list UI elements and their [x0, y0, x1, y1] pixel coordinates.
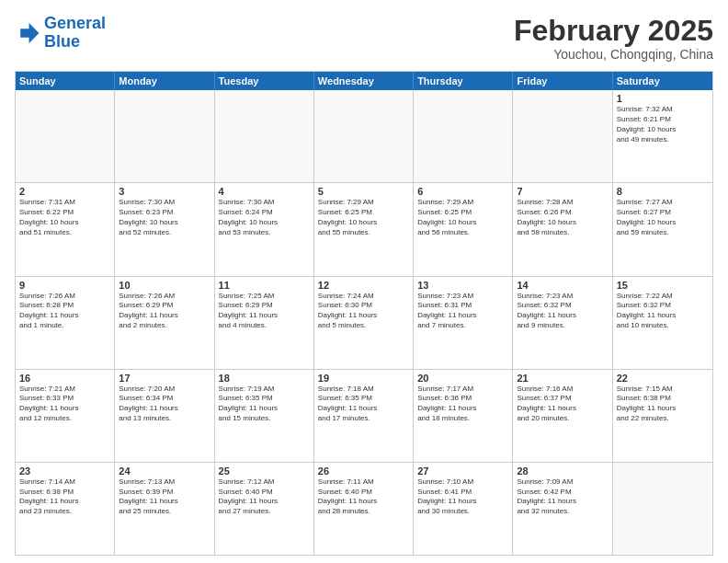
cell-w4-d4: 27Sunrise: 7:10 AM Sunset: 6:41 PM Dayli…: [414, 463, 513, 555]
cell-w1-d4: 6Sunrise: 7:29 AM Sunset: 6:25 PM Daylig…: [414, 183, 513, 275]
month-title: February 2025: [514, 15, 713, 47]
logo-general: General: [44, 14, 106, 32]
cell-info-20: Sunrise: 7:17 AM Sunset: 6:36 PM Dayligh…: [417, 385, 508, 424]
logo-icon: [15, 20, 40, 46]
logo-blue: Blue: [44, 32, 80, 51]
cell-w2-d6: 15Sunrise: 7:22 AM Sunset: 6:32 PM Dayli…: [613, 277, 712, 369]
day-number-20: 20: [417, 373, 508, 384]
cell-info-7: Sunrise: 7:28 AM Sunset: 6:26 PM Dayligh…: [517, 198, 608, 237]
cell-w4-d3: 26Sunrise: 7:11 AM Sunset: 6:40 PM Dayli…: [314, 463, 414, 555]
cell-w1-d1: 3Sunrise: 7:30 AM Sunset: 6:23 PM Daylig…: [115, 183, 214, 275]
cell-w3-d6: 22Sunrise: 7:15 AM Sunset: 6:38 PM Dayli…: [613, 370, 712, 462]
day-number-5: 5: [318, 186, 409, 197]
cell-w3-d2: 18Sunrise: 7:19 AM Sunset: 6:35 PM Dayli…: [215, 370, 314, 462]
cell-w4-d6: [613, 463, 712, 555]
cell-w2-d1: 10Sunrise: 7:26 AM Sunset: 6:29 PM Dayli…: [115, 277, 214, 369]
cell-info-21: Sunrise: 7:16 AM Sunset: 6:37 PM Dayligh…: [517, 385, 608, 424]
week-row-0: 1Sunrise: 7:32 AM Sunset: 6:21 PM Daylig…: [16, 90, 712, 183]
header-saturday: Saturday: [613, 72, 712, 90]
cell-info-14: Sunrise: 7:23 AM Sunset: 6:32 PM Dayligh…: [517, 292, 608, 331]
cell-w3-d0: 16Sunrise: 7:21 AM Sunset: 6:33 PM Dayli…: [16, 370, 115, 462]
day-number-21: 21: [517, 373, 608, 384]
cell-info-1: Sunrise: 7:32 AM Sunset: 6:21 PM Dayligh…: [617, 105, 709, 144]
day-number-10: 10: [119, 280, 210, 291]
header-thursday: Thursday: [414, 72, 513, 90]
cell-w1-d3: 5Sunrise: 7:29 AM Sunset: 6:25 PM Daylig…: [314, 183, 414, 275]
cell-w3-d5: 21Sunrise: 7:16 AM Sunset: 6:37 PM Dayli…: [513, 370, 612, 462]
cell-info-19: Sunrise: 7:18 AM Sunset: 6:35 PM Dayligh…: [318, 385, 409, 424]
day-number-15: 15: [617, 280, 709, 291]
cell-w4-d5: 28Sunrise: 7:09 AM Sunset: 6:42 PM Dayli…: [513, 463, 612, 555]
day-number-27: 27: [417, 465, 508, 477]
day-number-7: 7: [517, 186, 608, 197]
day-number-13: 13: [417, 280, 508, 291]
day-number-4: 4: [219, 186, 310, 197]
cell-info-8: Sunrise: 7:27 AM Sunset: 6:27 PM Dayligh…: [617, 198, 709, 237]
cell-w0-d2: [215, 90, 314, 182]
cell-info-26: Sunrise: 7:11 AM Sunset: 6:40 PM Dayligh…: [318, 477, 409, 517]
header-monday: Monday: [115, 72, 214, 90]
day-number-14: 14: [517, 280, 608, 291]
week-row-2: 9Sunrise: 7:26 AM Sunset: 6:28 PM Daylig…: [16, 277, 712, 370]
cell-w2-d5: 14Sunrise: 7:23 AM Sunset: 6:32 PM Dayli…: [513, 277, 612, 369]
day-number-25: 25: [219, 465, 310, 477]
cell-w0-d3: [314, 90, 414, 182]
cell-w2-d0: 9Sunrise: 7:26 AM Sunset: 6:28 PM Daylig…: [16, 277, 115, 369]
calendar-body: 1Sunrise: 7:32 AM Sunset: 6:21 PM Daylig…: [16, 90, 712, 555]
cell-info-28: Sunrise: 7:09 AM Sunset: 6:42 PM Dayligh…: [517, 477, 608, 517]
cell-w4-d0: 23Sunrise: 7:14 AM Sunset: 6:38 PM Dayli…: [16, 463, 115, 555]
cell-w1-d6: 8Sunrise: 7:27 AM Sunset: 6:27 PM Daylig…: [613, 183, 712, 275]
cell-w1-d0: 2Sunrise: 7:31 AM Sunset: 6:22 PM Daylig…: [16, 183, 115, 275]
cell-info-22: Sunrise: 7:15 AM Sunset: 6:38 PM Dayligh…: [617, 385, 709, 424]
cell-info-4: Sunrise: 7:30 AM Sunset: 6:24 PM Dayligh…: [219, 198, 310, 237]
day-number-24: 24: [119, 465, 210, 477]
cell-w2-d3: 12Sunrise: 7:24 AM Sunset: 6:30 PM Dayli…: [314, 277, 414, 369]
header-friday: Friday: [513, 72, 612, 90]
cell-w3-d3: 19Sunrise: 7:18 AM Sunset: 6:35 PM Dayli…: [314, 370, 414, 462]
week-row-3: 16Sunrise: 7:21 AM Sunset: 6:33 PM Dayli…: [16, 370, 712, 463]
day-number-18: 18: [219, 373, 310, 384]
day-number-26: 26: [318, 465, 409, 477]
cell-w0-d5: [513, 90, 612, 182]
cell-w1-d5: 7Sunrise: 7:28 AM Sunset: 6:26 PM Daylig…: [513, 183, 612, 275]
cell-info-18: Sunrise: 7:19 AM Sunset: 6:35 PM Dayligh…: [219, 385, 310, 424]
week-row-4: 23Sunrise: 7:14 AM Sunset: 6:38 PM Dayli…: [16, 463, 712, 555]
header-sunday: Sunday: [16, 72, 115, 90]
cell-info-9: Sunrise: 7:26 AM Sunset: 6:28 PM Dayligh…: [19, 292, 110, 331]
header-wednesday: Wednesday: [314, 72, 414, 90]
cell-w1-d2: 4Sunrise: 7:30 AM Sunset: 6:24 PM Daylig…: [215, 183, 314, 275]
cell-w4-d2: 25Sunrise: 7:12 AM Sunset: 6:40 PM Dayli…: [215, 463, 314, 555]
cell-info-11: Sunrise: 7:25 AM Sunset: 6:29 PM Dayligh…: [219, 292, 310, 331]
cell-info-2: Sunrise: 7:31 AM Sunset: 6:22 PM Dayligh…: [19, 198, 110, 237]
day-number-23: 23: [19, 465, 110, 477]
cell-w4-d1: 24Sunrise: 7:13 AM Sunset: 6:39 PM Dayli…: [115, 463, 214, 555]
day-number-22: 22: [617, 373, 709, 384]
cell-info-23: Sunrise: 7:14 AM Sunset: 6:38 PM Dayligh…: [19, 477, 110, 517]
day-number-28: 28: [517, 465, 608, 477]
calendar-header: Sunday Monday Tuesday Wednesday Thursday…: [16, 72, 712, 90]
cell-info-6: Sunrise: 7:29 AM Sunset: 6:25 PM Dayligh…: [417, 198, 508, 237]
cell-w3-d4: 20Sunrise: 7:17 AM Sunset: 6:36 PM Dayli…: [414, 370, 513, 462]
svg-marker-0: [20, 23, 39, 43]
title-block: February 2025 Youchou, Chongqing, China: [514, 15, 713, 62]
header-tuesday: Tuesday: [215, 72, 314, 90]
cell-w0-d4: [414, 90, 513, 182]
cell-w2-d2: 11Sunrise: 7:25 AM Sunset: 6:29 PM Dayli…: [215, 277, 314, 369]
day-number-19: 19: [318, 373, 409, 384]
day-number-9: 9: [19, 280, 110, 291]
day-number-17: 17: [119, 373, 210, 384]
cell-info-17: Sunrise: 7:20 AM Sunset: 6:34 PM Dayligh…: [119, 385, 210, 424]
calendar: Sunday Monday Tuesday Wednesday Thursday…: [15, 71, 713, 556]
day-number-11: 11: [219, 280, 310, 291]
cell-info-13: Sunrise: 7:23 AM Sunset: 6:31 PM Dayligh…: [417, 292, 508, 331]
cell-w0-d0: [16, 90, 115, 182]
cell-w3-d1: 17Sunrise: 7:20 AM Sunset: 6:34 PM Dayli…: [115, 370, 214, 462]
cell-info-12: Sunrise: 7:24 AM Sunset: 6:30 PM Dayligh…: [318, 292, 409, 331]
day-number-1: 1: [617, 93, 709, 104]
day-number-8: 8: [617, 186, 709, 197]
logo-text: General Blue: [44, 15, 106, 52]
location: Youchou, Chongqing, China: [514, 47, 713, 62]
cell-info-15: Sunrise: 7:22 AM Sunset: 6:32 PM Dayligh…: [617, 292, 709, 331]
logo: General Blue: [15, 15, 106, 52]
cell-info-27: Sunrise: 7:10 AM Sunset: 6:41 PM Dayligh…: [417, 477, 508, 517]
